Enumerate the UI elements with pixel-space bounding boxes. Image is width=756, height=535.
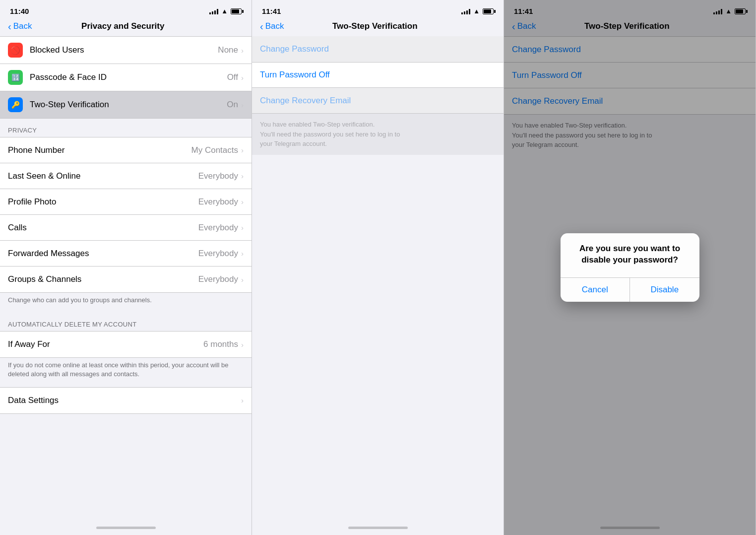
alert-buttons: Cancel Disable [561,277,699,302]
blocked-users-icon: 🚫 [8,43,23,58]
panel2-content: Change Password Turn Password Off Change… [252,36,504,523]
privacy-footer: Change who can add you to groups and cha… [0,293,252,313]
profile-photo-value: Everybody [198,197,238,207]
privacy-section-header: PRIVACY [0,119,252,137]
data-settings-label: Data Settings [8,396,241,405]
nav-title-2: Two-Step Verification [254,21,496,31]
calls-item[interactable]: Calls Everybody › [0,215,252,241]
status-bar-2: 11:41 ▲ [252,0,504,17]
nav-bar-1: ‹ Back Privacy and Security [0,17,252,36]
if-away-value: 6 months [203,339,238,349]
phone-number-value: My Contacts [191,145,238,155]
auto-delete-section: If Away For 6 months › [0,331,252,358]
status-icons-1: ▲ [209,7,242,15]
tsv-desc-text-dim: You have enabled Two-Step verification.Y… [260,121,400,147]
status-time-1: 11:40 [10,7,29,15]
change-password-item-dim: Change Password [252,36,504,62]
wifi-icon-2: ▲ [473,7,480,15]
data-settings-section: Data Settings › [0,387,252,414]
panel-privacy-security: 11:40 ▲ ‹ Back Privacy and Security 🚫 [0,0,252,535]
forwarded-messages-value: Everybody [198,249,238,259]
battery-icon-1 [231,8,242,14]
profile-photo-label: Profile Photo [8,197,198,207]
settings-section: 🚫 Blocked Users None › 🔢 Passcode & Face… [0,36,252,119]
passcode-item[interactable]: 🔢 Passcode & Face ID Off › [0,64,252,91]
phone-number-item[interactable]: Phone Number My Contacts › [0,137,252,163]
tsv-description-dim: You have enabled Two-Step verification.Y… [252,114,504,155]
nav-bar-2: ‹ Back Two-Step Verification [252,17,504,36]
alert-title: Are you sure you want to disable your pa… [568,243,692,265]
groups-channels-value: Everybody [198,274,238,284]
wifi-icon-1: ▲ [221,7,228,15]
passcode-value: Off [227,72,238,82]
battery-icon-2 [483,8,494,14]
status-time-2: 11:41 [262,7,281,15]
home-indicator-2 [252,523,504,535]
two-step-value: On [227,100,238,110]
blocked-users-label: Blocked Users [30,45,218,55]
forwarded-messages-item[interactable]: Forwarded Messages Everybody › [0,241,252,267]
turn-password-off-label: Turn Password Off [260,70,330,80]
passcode-chevron: › [241,73,244,82]
change-recovery-label-dim: Change Recovery Email [260,96,351,106]
alert-content: Are you sure you want to disable your pa… [561,233,699,277]
nav-title-1: Privacy and Security [2,21,244,31]
signal-icon-2 [461,8,470,14]
cancel-button[interactable]: Cancel [561,278,630,302]
change-password-label-dim: Change Password [260,44,329,54]
data-settings-item[interactable]: Data Settings › [0,388,252,413]
forwarded-messages-label: Forwarded Messages [8,249,198,259]
panel-two-step-dialog: 11:41 ▲ ‹ Back Two-Step Verification Cha… [504,0,756,535]
status-bar-1: 11:40 ▲ [0,0,252,17]
auto-delete-header: AUTOMATICALLY DELETE MY ACCOUNT [0,313,252,331]
dim-change-password: Change Password [252,36,504,62]
groups-channels-item[interactable]: Groups & Channels Everybody › [0,267,252,292]
auto-delete-footer: If you do not come online at least once … [0,358,252,387]
signal-icon-1 [209,8,218,14]
dim-bottom: Change Recovery Email You have enabled T… [252,88,504,155]
last-seen-item[interactable]: Last Seen & Online Everybody › [0,163,252,189]
if-away-item[interactable]: If Away For 6 months › [0,332,252,357]
home-indicator-1 [0,523,252,535]
panel-two-step-1: 11:41 ▲ ‹ Back Two-Step Verification Cha [252,0,504,535]
two-step-chevron: › [241,101,244,109]
change-recovery-item-dim: Change Recovery Email [252,88,504,114]
status-icons-2: ▲ [461,7,494,15]
calls-label: Calls [8,223,198,233]
passcode-icon: 🔢 [8,70,23,85]
phone-number-label: Phone Number [8,145,191,155]
panel1-content: 🚫 Blocked Users None › 🔢 Passcode & Face… [0,36,252,523]
two-step-label: Two-Step Verification [30,100,227,110]
blocked-users-item[interactable]: 🚫 Blocked Users None › [0,37,252,64]
groups-channels-label: Groups & Channels [8,274,198,284]
if-away-label: If Away For [8,339,203,349]
last-seen-value: Everybody [198,171,238,181]
disable-password-dialog: Are you sure you want to disable your pa… [561,233,699,301]
two-step-icon: 🔑 [8,97,23,112]
blocked-users-value: None [218,45,238,55]
passcode-label: Passcode & Face ID [30,72,227,82]
blocked-users-chevron: › [241,46,244,55]
last-seen-label: Last Seen & Online [8,171,198,181]
turn-password-off-item[interactable]: Turn Password Off [252,62,504,88]
disable-button[interactable]: Disable [630,278,699,302]
two-step-item[interactable]: 🔑 Two-Step Verification On › [0,91,252,118]
calls-value: Everybody [198,223,238,233]
privacy-section: Phone Number My Contacts › Last Seen & O… [0,137,252,293]
dialog-overlay: Are you sure you want to disable your pa… [504,0,756,535]
profile-photo-item[interactable]: Profile Photo Everybody › [0,189,252,215]
